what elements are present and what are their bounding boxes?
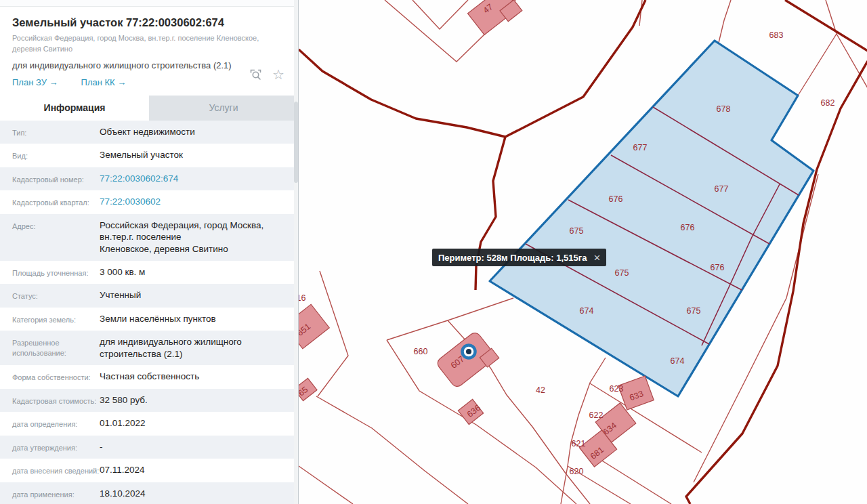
table-row: Статус:Учтенный xyxy=(0,284,298,308)
row-label: Разрешенное использование: xyxy=(0,336,100,358)
location-marker-icon[interactable] xyxy=(463,345,475,358)
plan-links: План ЗУ →План КК → xyxy=(12,77,286,87)
table-row: Площадь уточненная:3 000 кв. м xyxy=(0,261,298,285)
table-row: Кадастровый квартал:77:22:0030602 xyxy=(0,190,298,214)
plan-link-0[interactable]: План ЗУ → xyxy=(12,77,58,87)
parcel-label: 676 xyxy=(681,223,695,232)
table-row: Форма собственности:Частная собственност… xyxy=(0,365,298,389)
parcel-address-subtitle: Российская Федерация, город Москва, вн.т… xyxy=(12,33,286,55)
row-value: Земельный участок xyxy=(100,149,298,161)
parcel-info-panel: Земельный участок 77:22:0030602:674 Росс… xyxy=(0,0,298,504)
close-icon[interactable]: × xyxy=(593,252,600,264)
parcel-label: 675 xyxy=(687,306,701,316)
row-label: Кадастровая стоимость: xyxy=(0,394,100,406)
parcel-label: 623 xyxy=(610,384,624,394)
table-row: Кадастровая стоимость:32 580 руб. xyxy=(0,389,298,413)
row-label: Статус: xyxy=(0,289,100,301)
row-label: Адрес: xyxy=(0,219,100,232)
cadastral-app: Земельный участок 77:22:0030602:674 Росс… xyxy=(0,0,867,504)
row-value: Частная собственность xyxy=(100,371,298,383)
row-label: Площадь уточненная: xyxy=(0,266,100,278)
row-label: Вид: xyxy=(0,149,100,161)
table-row: Кадастровый номер:77:22:0030602:674 xyxy=(0,167,298,191)
row-value: Учтенный xyxy=(100,289,298,301)
row-value: Объект недвижимости xyxy=(100,126,298,138)
parcel-label: 674 xyxy=(580,306,594,316)
parcel-label: 660 xyxy=(414,347,428,356)
row-value: 01.01.2022 xyxy=(100,417,298,429)
preview-document-icon[interactable] xyxy=(248,67,263,82)
parcel-label: 676 xyxy=(711,263,725,272)
row-value: 3 000 кв. м xyxy=(100,266,298,278)
header-icons: ☆ xyxy=(248,67,286,82)
table-row: дата внесения сведений:07.11.2024 xyxy=(0,459,298,482)
page-title: Земельный участок 77:22:0030602:674 xyxy=(12,12,286,29)
table-row: Категория земель:Земли населённых пункто… xyxy=(0,308,298,331)
cadastral-map[interactable]: 4768368267867767767667667667567567567467… xyxy=(298,0,867,504)
parcel-label: 676 xyxy=(609,194,623,204)
permitted-use-line: для индивидуального жилищного строительс… xyxy=(12,60,286,70)
row-value-link[interactable]: 77:22:0030602:674 xyxy=(100,173,298,185)
building-607[interactable] xyxy=(436,330,499,391)
measurement-tooltip-text: Периметр: 528м Площадь: 1,515га xyxy=(438,253,587,263)
parcel-label: 675 xyxy=(615,268,629,278)
table-row: дата определения:01.01.2022 xyxy=(0,412,298,436)
selected-parcel-polygon[interactable] xyxy=(490,41,813,396)
star-icon[interactable]: ☆ xyxy=(271,67,286,82)
row-value: для индивидуального жилищного строительс… xyxy=(100,336,298,360)
table-row: Адрес:Российская Федерация, город Москва… xyxy=(0,214,298,261)
row-label: дата определения: xyxy=(0,417,100,429)
row-label: Кадастровый квартал: xyxy=(0,196,100,208)
plan-link-1[interactable]: План КК → xyxy=(81,77,127,87)
parcel-label: 674 xyxy=(671,356,685,366)
parcel-label: 675 xyxy=(570,226,584,236)
table-row: дата утверждения:- xyxy=(0,436,298,459)
parcel-label: 621 xyxy=(572,439,586,448)
parcel-header: Земельный участок 77:22:0030602:674 Росс… xyxy=(0,7,298,87)
parcel-label: 677 xyxy=(715,184,729,194)
building-47[interactable] xyxy=(467,0,522,38)
parcel-label: 622 xyxy=(589,411,604,420)
row-label: Категория земель: xyxy=(0,313,100,325)
panel-top-strip xyxy=(0,0,298,7)
info-rows: Тип:Объект недвижимостиВид:Земельный уча… xyxy=(0,121,298,504)
row-label: Тип: xyxy=(0,126,100,138)
row-label: дата утверждения: xyxy=(0,441,100,453)
row-value: Земли населённых пунктов xyxy=(100,313,298,325)
row-value: Российская Федерация, город Москва, вн.т… xyxy=(100,219,298,255)
parcel-label: 677 xyxy=(633,143,648,152)
parcel-label: 620 xyxy=(570,467,584,476)
row-label: Форма собственности: xyxy=(0,371,100,383)
row-value-link[interactable]: 77:22:0030602 xyxy=(100,196,298,208)
parcel-label: 616 xyxy=(299,293,305,303)
parcel-label: 682 xyxy=(821,98,835,108)
parcel-label: 42 xyxy=(536,385,545,395)
measurement-tooltip: Периметр: 528м Площадь: 1,515га × xyxy=(432,249,606,266)
row-label: дата внесения сведений: xyxy=(0,464,100,476)
table-row: Вид:Земельный участок xyxy=(0,144,298,167)
row-value: 07.11.2024 xyxy=(100,464,298,476)
row-label: дата применения: xyxy=(0,488,100,500)
tab-services[interactable]: Услуги xyxy=(149,96,298,121)
parcel-label: 683 xyxy=(769,30,784,40)
table-row: Разрешенное использование:для индивидуал… xyxy=(0,331,298,365)
table-row: дата применения:18.10.2024 xyxy=(0,482,298,504)
row-value: 18.10.2024 xyxy=(100,488,298,500)
tab-information[interactable]: Информация xyxy=(0,96,149,121)
parcel-label: 678 xyxy=(717,104,731,114)
row-value: - xyxy=(100,441,298,453)
table-row: Тип:Объект недвижимости xyxy=(0,121,298,144)
panel-tabs: ИнформацияУслуги xyxy=(0,96,298,121)
row-value: 32 580 руб. xyxy=(100,394,298,406)
row-label: Кадастровый номер: xyxy=(0,173,100,185)
